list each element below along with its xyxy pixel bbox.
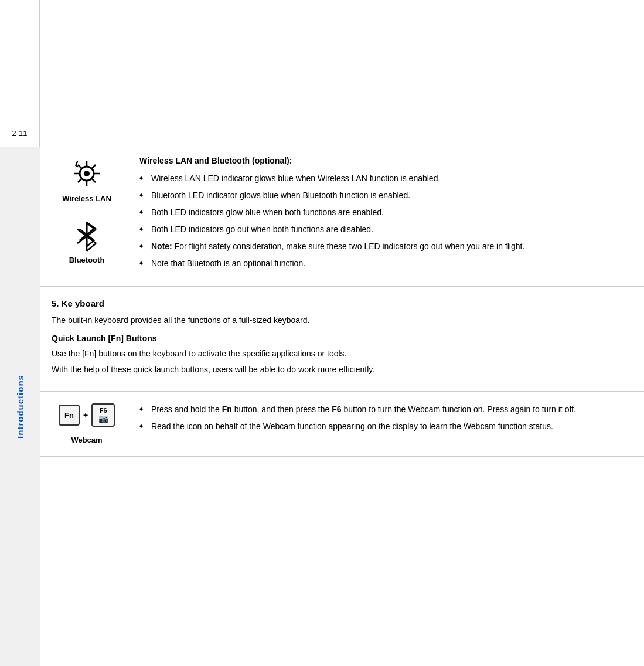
camera-icon: 📷	[98, 414, 108, 423]
svg-line-7	[92, 165, 96, 169]
svg-line-6	[92, 179, 96, 183]
svg-line-21	[77, 229, 87, 236]
webcam-bullet-1: Press and hold the Fn button, and then p…	[139, 403, 626, 416]
top-empty-space	[40, 0, 644, 144]
note-prefix: Note:	[151, 242, 172, 251]
svg-line-18	[87, 229, 96, 236]
keyboard-description: The built-in keyboard provides all the f…	[52, 314, 626, 327]
keyboard-section: 5. Ke yboard The built-in keyboard provi…	[40, 287, 644, 385]
wireless-lan-icon	[69, 156, 104, 191]
bluetooth-icon-clean	[72, 220, 101, 253]
svg-line-17	[87, 222, 96, 229]
wireless-bluetooth-section: Wireless LAN	[40, 144, 644, 287]
quick-launch-desc2: With the help of these quick launch butt…	[52, 363, 626, 376]
keyboard-section-title: 5. Ke yboard	[52, 298, 626, 308]
main-content: Wireless LAN	[40, 0, 644, 666]
bullet-item-1: Wireless LAN LED indicator glows blue wh…	[139, 172, 626, 185]
bullet-item-3: Both LED indicators glow blue when both …	[139, 206, 626, 219]
wireless-lan-label: Wireless LAN	[62, 194, 111, 203]
svg-line-22	[77, 236, 87, 243]
bullet-note-text: For flight safety consideration, make su…	[175, 242, 525, 251]
bluetooth-icon-wrapper: Bluetooth	[69, 220, 105, 264]
key-buttons-row: Fn + F6 📷	[59, 403, 115, 427]
bullet-item-5: Note: For flight safety consideration, m…	[139, 240, 626, 253]
rotated-label-container: Introductions	[0, 147, 40, 666]
webcam-label: Webcam	[71, 436, 102, 444]
svg-line-8	[78, 179, 82, 183]
bluetooth-label: Bluetooth	[69, 256, 105, 264]
icons-column: Wireless LAN	[52, 156, 122, 274]
bullet-item-4: Both LED indicators go out when both fun…	[139, 223, 626, 236]
svg-line-5	[78, 165, 82, 169]
wireless-section-heading: Wireless LAN and Bluetooth (optional):	[139, 156, 626, 165]
webcam-bullet-2: Read the icon on behalf of the Webcam fu…	[139, 420, 626, 433]
bullet-item-6: Note that Bluetooth is an optional funct…	[139, 257, 626, 270]
f6-label: F6	[100, 407, 107, 414]
quick-launch-heading: Quick Launch [Fn] Buttons	[52, 334, 626, 343]
plus-symbol: +	[83, 410, 88, 420]
bullet-item-2: Bluetooth LED indicator glows blue when …	[139, 189, 626, 202]
rotated-label: Introductions	[15, 375, 25, 439]
fn-key-button: Fn	[59, 405, 80, 426]
page-number: 2-11	[12, 129, 27, 138]
webcam-content-column: Press and hold the Fn button, and then p…	[139, 403, 626, 444]
wireless-bullet-list: Wireless LAN LED indicator glows blue wh…	[139, 172, 626, 270]
wireless-lan-icon-wrapper: Wireless LAN	[62, 156, 111, 203]
svg-line-19	[87, 236, 96, 243]
svg-line-20	[87, 243, 96, 251]
f6-key-button: F6 📷	[91, 403, 115, 427]
webcam-icons-column: Fn + F6 📷 Webcam	[52, 403, 122, 444]
webcam-section: Fn + F6 📷 Webcam Press and hold the Fn b…	[40, 391, 644, 457]
left-sidebar: 2-11 Introductions	[0, 0, 40, 666]
webcam-bullet-list: Press and hold the Fn button, and then p…	[139, 403, 626, 433]
f6-bold: F6	[332, 405, 341, 414]
fn-bold: Fn	[222, 405, 232, 414]
quick-launch-desc1: Use the [Fn] buttons on the keyboard to …	[52, 348, 626, 360]
bottom-empty-space	[40, 457, 644, 666]
svg-point-9	[84, 171, 90, 176]
wireless-content-column: Wireless LAN and Bluetooth (optional): W…	[139, 156, 626, 274]
